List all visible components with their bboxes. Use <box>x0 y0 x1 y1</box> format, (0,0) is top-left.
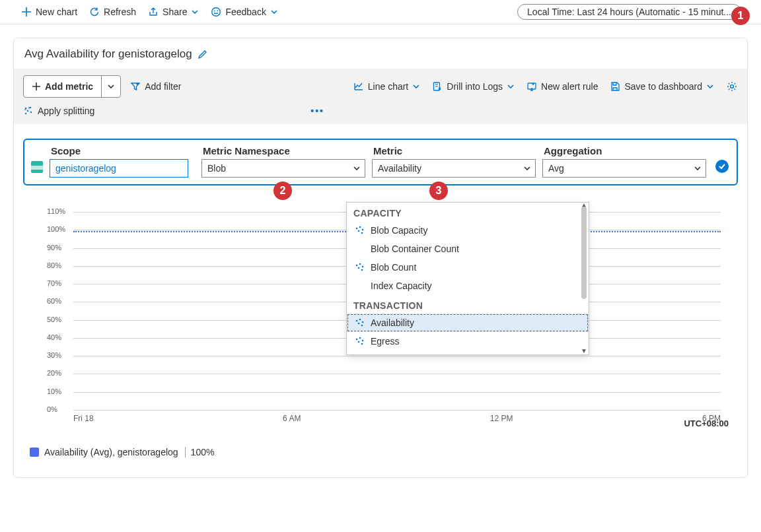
svg-point-2 <box>217 11 219 12</box>
svg-point-14 <box>362 229 364 231</box>
svg-point-16 <box>356 265 358 267</box>
aggregation-select[interactable]: Avg <box>542 159 706 178</box>
split-icon <box>23 106 34 116</box>
more-button[interactable]: ••• <box>307 106 328 116</box>
ytick: 60% <box>47 297 71 305</box>
line-chart-label: Line chart <box>368 81 408 92</box>
svg-point-30 <box>361 343 363 345</box>
refresh-button[interactable]: Refresh <box>88 4 137 20</box>
ytick: 110% <box>47 207 71 215</box>
dropdown-option-index-capacity[interactable]: Index Capacity <box>347 277 589 295</box>
dropdown-option-label: Blob Count <box>371 262 416 273</box>
plus-icon <box>21 7 32 17</box>
share-label: Share <box>163 7 187 17</box>
chevron-down-icon <box>694 164 702 172</box>
gear-icon[interactable] <box>726 81 738 92</box>
plus-icon <box>32 82 41 91</box>
alert-icon <box>526 81 537 92</box>
dropdown-option-availability[interactable]: Availability <box>347 314 589 332</box>
namespace-select[interactable]: Blob <box>201 159 365 178</box>
time-prev-button[interactable] <box>13 303 19 325</box>
callout-badge-1: 1 <box>731 7 750 25</box>
save-dashboard-button[interactable]: Save to dashboard <box>610 81 714 92</box>
svg-point-12 <box>359 226 361 228</box>
legend-value: 100% <box>185 447 215 457</box>
add-metric-main[interactable]: Add metric <box>24 76 101 97</box>
feedback-button[interactable]: Feedback <box>209 4 279 20</box>
x-axis: Fri 18 6 AM 12 PM 6 PM <box>73 414 721 423</box>
refresh-icon <box>89 7 100 17</box>
svg-point-13 <box>358 230 360 232</box>
svg-point-22 <box>359 319 361 321</box>
callout-badge-2: 2 <box>273 182 292 200</box>
chevron-left-icon <box>13 307 15 321</box>
svg-point-18 <box>358 267 360 269</box>
metric-label: Metric <box>372 145 536 156</box>
dropdown-option-label: Blob Capacity <box>371 225 427 236</box>
resource-icon <box>31 161 43 173</box>
dropdown-option-egress[interactable]: Egress <box>347 332 589 350</box>
svg-point-28 <box>358 341 360 343</box>
dropdown-option-blob-container-count[interactable]: Blob Container Count <box>347 240 589 258</box>
namespace-label: Metric Namespace <box>201 145 365 156</box>
logs-icon <box>432 81 443 92</box>
ytick: 80% <box>47 261 71 269</box>
card-title-row: Avg Availability for genistoragelog <box>14 38 747 69</box>
add-filter-button[interactable]: Add filter <box>130 81 181 92</box>
drill-logs-button[interactable]: Drill into Logs <box>432 81 515 92</box>
add-metric-split[interactable] <box>101 76 120 97</box>
scope-value: genistoragelog <box>55 163 116 174</box>
scrollbar[interactable] <box>581 207 587 299</box>
svg-point-8 <box>27 110 28 112</box>
drill-logs-label: Drill into Logs <box>447 81 503 92</box>
add-metric-button[interactable]: Add metric <box>23 75 121 98</box>
filter-icon <box>130 81 141 92</box>
svg-point-5 <box>731 85 734 88</box>
new-chart-button[interactable]: New chart <box>20 4 79 20</box>
metric-icon <box>355 225 365 236</box>
dropdown-option-label: Availability <box>371 317 414 328</box>
share-button[interactable]: Share <box>147 4 200 20</box>
svg-point-7 <box>30 107 31 108</box>
aggregation-value: Avg <box>548 163 564 174</box>
chevron-down-icon <box>107 83 115 90</box>
confirm-button[interactable] <box>715 160 729 173</box>
ytick: 30% <box>47 351 71 359</box>
chevron-down-icon <box>507 83 515 90</box>
apply-splitting-label: Apply splitting <box>38 106 94 116</box>
scope-label: Scope <box>50 145 195 156</box>
metric-select[interactable]: Availability <box>372 159 536 178</box>
metric-dropdown[interactable]: ▲ CAPACITY Blob Capacity Blob Container … <box>346 202 589 355</box>
ytick: 0% <box>47 405 71 413</box>
chevron-down-icon <box>706 83 714 90</box>
edit-icon[interactable] <box>198 49 208 59</box>
scroll-down-icon[interactable]: ▼ <box>581 347 587 354</box>
ytick: 100% <box>47 225 71 233</box>
legend: Availability (Avg), genistoragelog 100% <box>14 430 747 477</box>
chevron-down-icon <box>353 164 361 172</box>
smile-icon <box>211 7 221 17</box>
new-alert-label: New alert rule <box>541 81 598 92</box>
dropdown-option-blob-capacity[interactable]: Blob Capacity <box>347 221 589 240</box>
scope-select[interactable]: genistoragelog <box>50 159 188 178</box>
add-metric-label: Add metric <box>45 81 93 92</box>
metric-picker: Scope genistoragelog Metric Namespace Bl… <box>23 139 738 185</box>
svg-point-24 <box>362 321 364 323</box>
ytick: 10% <box>47 387 71 395</box>
new-alert-button[interactable]: New alert rule <box>526 81 598 92</box>
feedback-label: Feedback <box>225 7 266 17</box>
xtick: Fri 18 <box>73 414 94 423</box>
svg-point-1 <box>214 11 215 12</box>
save-icon <box>610 81 620 92</box>
time-next-button[interactable] <box>742 303 748 325</box>
metric-value: Availability <box>378 163 421 174</box>
apply-splitting-button[interactable]: Apply splitting <box>23 106 94 116</box>
xtick: 6 AM <box>283 414 301 423</box>
check-icon <box>718 162 726 170</box>
dropdown-option-blob-count[interactable]: Blob Count <box>347 258 589 277</box>
ytick: 50% <box>47 316 71 323</box>
line-chart-button[interactable]: Line chart <box>353 81 420 92</box>
time-range-picker[interactable]: Local Time: Last 24 hours (Automatic - 1… <box>517 4 741 20</box>
svg-point-9 <box>30 112 32 113</box>
chevron-right-icon <box>746 307 748 321</box>
